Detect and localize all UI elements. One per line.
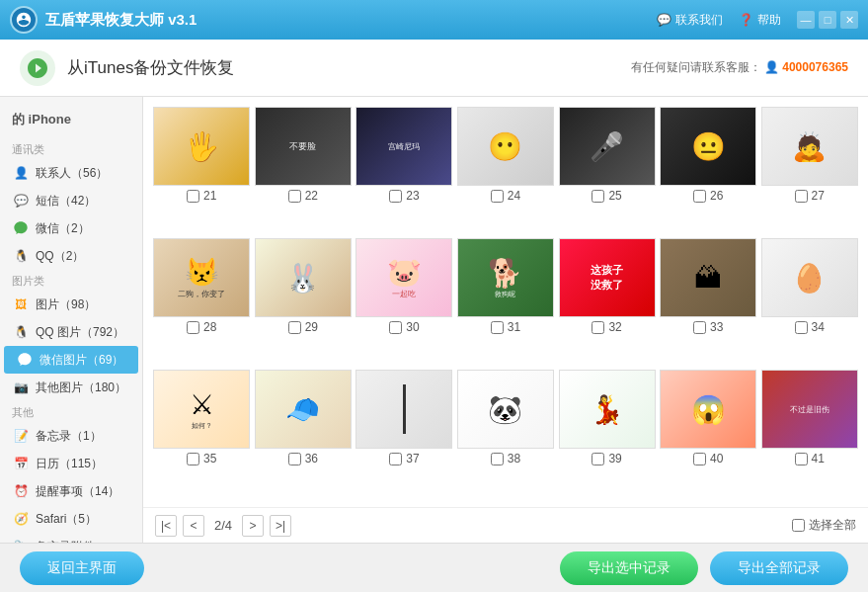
image-thumb-22: 不要脸	[255, 107, 352, 186]
image-checkbox-21[interactable]	[187, 190, 199, 203]
chat-icon: 💬	[657, 13, 671, 27]
image-cell-40: 😱 40	[660, 370, 757, 497]
device-label: 的 iPhone	[0, 105, 142, 138]
image-label-36: 36	[288, 452, 318, 465]
image-thumb-41: 不过是旧伤	[761, 370, 858, 449]
last-page-button[interactable]: >|	[270, 515, 291, 537]
image-cell-33: 🏔 33	[660, 238, 757, 366]
sidebar-item-qq[interactable]: 🐧 QQ（2）	[0, 242, 142, 270]
contact-btn[interactable]: 💬 联系我们	[657, 12, 723, 29]
image-cell-22: 不要脸 22	[255, 107, 353, 234]
sidebar-item-calendar[interactable]: 📅 日历（115）	[0, 450, 142, 477]
image-checkbox-36[interactable]	[288, 453, 301, 465]
image-checkbox-23[interactable]	[389, 190, 402, 203]
next-page-button[interactable]: >	[242, 515, 264, 537]
image-checkbox-33[interactable]	[693, 321, 706, 334]
sidebar-item-notes-attach[interactable]: 📎 备忘录附件	[0, 533, 142, 543]
close-button[interactable]: ✕	[840, 11, 858, 29]
sidebar-item-safari[interactable]: 🧭 Safari（5）	[0, 505, 142, 533]
app-title: 互盾苹果恢复大师 v3.1	[45, 11, 197, 30]
page-controls: |< < 2/4 > >|	[155, 515, 291, 537]
sidebar-item-qq-photos[interactable]: 🐧 QQ 图片（792）	[0, 318, 142, 346]
image-thumb-33: 🏔	[660, 238, 756, 317]
sidebar-item-sms[interactable]: 💬 短信（42）	[0, 187, 142, 214]
image-label-28: 28	[187, 320, 216, 334]
sidebar-item-wechat[interactable]: 微信（2）	[0, 214, 142, 242]
help-icon: ❓	[739, 13, 753, 27]
image-label-21: 21	[187, 189, 216, 203]
titlebar-right: 💬 联系我们 ❓ 帮助 — □ ✕	[657, 11, 858, 29]
select-all-label: 选择全部	[809, 517, 856, 534]
image-grid: 🖐 21 不要脸 22 宫崎尼玛	[143, 97, 868, 507]
image-checkbox-28[interactable]	[187, 321, 199, 334]
image-label-31: 31	[491, 320, 520, 334]
image-cell-30: 🐷 一起吃 30	[355, 238, 453, 366]
image-thumb-23: 宫崎尼玛	[355, 107, 452, 186]
image-checkbox-22[interactable]	[288, 190, 301, 203]
image-checkbox-31[interactable]	[491, 321, 504, 334]
image-checkbox-34[interactable]	[795, 321, 808, 334]
image-checkbox-39[interactable]	[592, 453, 604, 465]
image-checkbox-40[interactable]	[693, 453, 706, 465]
image-checkbox-27[interactable]	[795, 190, 808, 203]
image-thumb-25: 🎤	[559, 107, 656, 186]
image-label-41: 41	[795, 452, 825, 465]
image-label-27: 27	[795, 189, 825, 203]
image-label-26: 26	[693, 189, 723, 203]
contacts-icon: 👤	[12, 164, 30, 182]
sidebar-item-reminders[interactable]: ⏰ 提醒事项（14）	[0, 477, 142, 505]
image-checkbox-30[interactable]	[389, 321, 402, 334]
image-cell-28: 😾 二狗，你变了 28	[153, 238, 251, 366]
export-all-button[interactable]: 导出全部记录	[710, 551, 848, 585]
phone-number[interactable]: 4000076365	[782, 60, 848, 74]
image-thumb-35: ⚔ 如何？	[153, 370, 250, 449]
image-thumb-30: 🐷 一起吃	[355, 238, 452, 317]
image-label-29: 29	[288, 320, 318, 334]
section-title-other: 其他	[0, 401, 142, 422]
image-thumb-37	[355, 370, 452, 449]
image-cell-29: 🐰 29	[255, 238, 353, 366]
app-logo	[10, 6, 38, 34]
sidebar-item-notes[interactable]: 📝 备忘录（1）	[0, 422, 142, 450]
select-all-control[interactable]: 选择全部	[792, 517, 856, 534]
image-checkbox-29[interactable]	[288, 321, 301, 334]
sidebar-item-other-photos[interactable]: 📷 其他图片（180）	[0, 374, 142, 401]
first-page-button[interactable]: |<	[155, 515, 177, 537]
wechat-icon	[12, 219, 30, 237]
maximize-button[interactable]: □	[819, 11, 836, 29]
image-thumb-39: 💃	[559, 370, 656, 449]
titlebar: 互盾苹果恢复大师 v3.1 💬 联系我们 ❓ 帮助 — □ ✕	[0, 0, 868, 40]
window-controls: — □ ✕	[797, 11, 858, 29]
image-checkbox-32[interactable]	[592, 321, 604, 334]
image-thumb-26: 😐	[660, 107, 756, 186]
sidebar-item-photos[interactable]: 🖼 图片（98）	[0, 291, 142, 318]
image-checkbox-25[interactable]	[592, 190, 604, 203]
image-thumb-21: 🖐	[153, 107, 250, 186]
sidebar-item-wechat-photos[interactable]: 微信图片（69）	[4, 346, 138, 374]
image-thumb-24: 😶	[457, 107, 554, 186]
wechat-photos-icon	[16, 351, 34, 369]
help-btn[interactable]: ❓ 帮助	[739, 12, 781, 29]
image-label-37: 37	[389, 452, 419, 465]
image-label-23: 23	[389, 189, 419, 203]
select-all-checkbox[interactable]	[792, 519, 805, 532]
image-thumb-28: 😾 二狗，你变了	[153, 238, 250, 317]
return-button[interactable]: 返回主界面	[20, 551, 144, 585]
image-thumb-34: 🥚	[761, 238, 858, 317]
image-checkbox-38[interactable]	[491, 453, 504, 465]
minimize-button[interactable]: —	[797, 11, 815, 29]
titlebar-left: 互盾苹果恢复大师 v3.1	[10, 6, 197, 34]
prev-page-button[interactable]: <	[183, 515, 204, 537]
image-checkbox-41[interactable]	[795, 453, 808, 465]
image-checkbox-24[interactable]	[491, 190, 504, 203]
export-selected-button[interactable]: 导出选中记录	[560, 551, 698, 585]
image-label-39: 39	[592, 452, 621, 465]
image-checkbox-37[interactable]	[389, 453, 402, 465]
image-checkbox-26[interactable]	[693, 190, 706, 203]
sidebar-item-contacts[interactable]: 👤 联系人（56）	[0, 159, 142, 187]
header: 从iTunes备份文件恢复 有任何疑问请联系客服： 👤 4000076365	[0, 40, 868, 97]
image-label-35: 35	[187, 452, 216, 465]
image-checkbox-35[interactable]	[187, 453, 199, 465]
qq-photos-icon: 🐧	[12, 323, 30, 341]
bottombar: 返回主界面 导出选中记录 导出全部记录	[0, 543, 868, 592]
